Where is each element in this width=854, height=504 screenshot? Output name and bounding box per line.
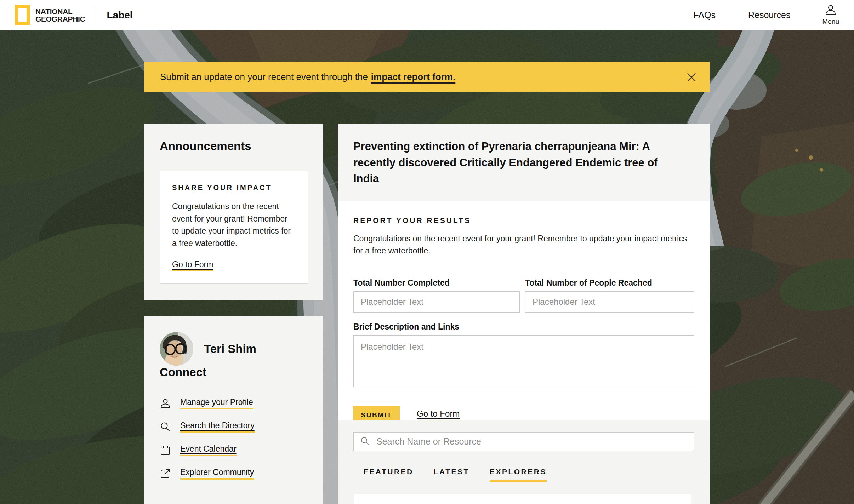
connect-links: Manage your Profile Search the Directory bbox=[160, 397, 308, 480]
report-section-heading: REPORT YOUR RESULTS bbox=[353, 216, 694, 225]
tab-explorers[interactable]: EXPLORERS bbox=[490, 468, 547, 482]
report-go-to-form-link[interactable]: Go to Form bbox=[417, 409, 460, 421]
resource-list-container bbox=[354, 494, 691, 504]
announcement-item: SHARE YOUR IMPACT Congratulations on the… bbox=[160, 171, 308, 284]
announcements-card: Announcements SHARE YOUR IMPACT Congratu… bbox=[144, 124, 323, 300]
total-completed-input[interactable] bbox=[353, 291, 520, 313]
grant-title: Preventing extinction of Pyrenaria cherr… bbox=[353, 138, 683, 187]
grantee-portal-page: NATIONAL GEOGRAPHIC Label FAQs Resources… bbox=[0, 0, 854, 504]
announcement-heading: SHARE YOUR IMPACT bbox=[172, 184, 296, 192]
report-card: Preventing extinction of Pyrenaria cherr… bbox=[338, 124, 710, 434]
total-completed-field: Total Number Completed bbox=[353, 278, 520, 313]
link-label: Search the Directory bbox=[180, 421, 255, 433]
manage-profile-link[interactable]: Manage your Profile bbox=[160, 397, 308, 410]
number-fields-row: Total Number Completed Total Number of P… bbox=[353, 278, 694, 313]
description-label: Brief Description and Links bbox=[353, 322, 694, 332]
person-icon bbox=[160, 398, 171, 409]
notification-banner: Submit an update on your recent event th… bbox=[144, 62, 710, 92]
top-bar: NATIONAL GEOGRAPHIC Label FAQs Resources… bbox=[0, 0, 854, 30]
search-directory-link[interactable]: Search the Directory bbox=[160, 421, 308, 433]
tab-latest[interactable]: LATEST bbox=[434, 468, 469, 482]
announcement-go-to-form-link[interactable]: Go to Form bbox=[172, 260, 213, 271]
grant-title-header: Preventing extinction of Pyrenaria cherr… bbox=[338, 124, 710, 201]
external-link-icon bbox=[160, 468, 171, 479]
banner-message: Submit an update on your recent event th… bbox=[160, 71, 368, 82]
people-reached-input[interactable] bbox=[525, 291, 694, 313]
total-completed-label: Total Number Completed bbox=[353, 278, 520, 288]
event-calendar-link[interactable]: Event Calendar bbox=[160, 444, 308, 456]
brand-divider bbox=[96, 7, 96, 23]
people-reached-field: Total Number of People Reached bbox=[525, 278, 694, 313]
link-label: Event Calendar bbox=[180, 444, 237, 456]
search-icon bbox=[360, 436, 370, 447]
announcement-body: Congratulations on the recent event for … bbox=[172, 200, 296, 249]
nav-faqs[interactable]: FAQs bbox=[693, 10, 716, 20]
tab-featured[interactable]: FEATURED bbox=[364, 468, 414, 482]
explorer-community-link[interactable]: Explorer Community bbox=[160, 468, 308, 480]
top-nav: FAQs Resources bbox=[693, 10, 790, 20]
profile-card: Teri Shim Connect Manage your Profile Se… bbox=[144, 316, 323, 504]
nav-resources[interactable]: Resources bbox=[748, 10, 791, 20]
resources-card: FEATURED LATEST EXPLORERS bbox=[338, 420, 710, 504]
link-label: Manage your Profile bbox=[180, 397, 253, 410]
wordmark-line1: NATIONAL bbox=[35, 8, 85, 15]
avatar bbox=[160, 332, 193, 366]
search-input[interactable] bbox=[376, 436, 687, 447]
wordmark-line2: GEOGRAPHIC bbox=[35, 15, 85, 23]
announcements-title: Announcements bbox=[160, 139, 308, 153]
menu-button[interactable]: Menu bbox=[822, 5, 839, 25]
profile-row: Teri Shim bbox=[160, 332, 308, 366]
app-title: Label bbox=[107, 10, 133, 21]
close-icon bbox=[686, 78, 697, 84]
calendar-icon bbox=[160, 445, 171, 456]
people-reached-label: Total Number of People Reached bbox=[525, 278, 694, 288]
report-form: REPORT YOUR RESULTS Congratulations on t… bbox=[338, 201, 710, 434]
search-icon bbox=[160, 421, 171, 433]
search-box bbox=[353, 432, 694, 451]
resource-tabs: FEATURED LATEST EXPLORERS bbox=[364, 468, 694, 482]
natgeo-wordmark: NATIONAL GEOGRAPHIC bbox=[35, 8, 85, 23]
connect-title: Connect bbox=[160, 366, 308, 379]
natgeo-logo bbox=[15, 5, 30, 25]
link-label: Explorer Community bbox=[180, 468, 254, 480]
menu-label: Menu bbox=[822, 18, 839, 25]
person-icon bbox=[825, 5, 837, 17]
profile-name: Teri Shim bbox=[204, 342, 256, 356]
report-description: Congratulations on the recent event for … bbox=[353, 233, 690, 257]
description-textarea[interactable] bbox=[353, 335, 694, 387]
description-field: Brief Description and Links bbox=[353, 313, 694, 387]
banner-close-button[interactable] bbox=[684, 70, 699, 85]
impact-report-form-link[interactable]: impact report form. bbox=[371, 71, 455, 82]
